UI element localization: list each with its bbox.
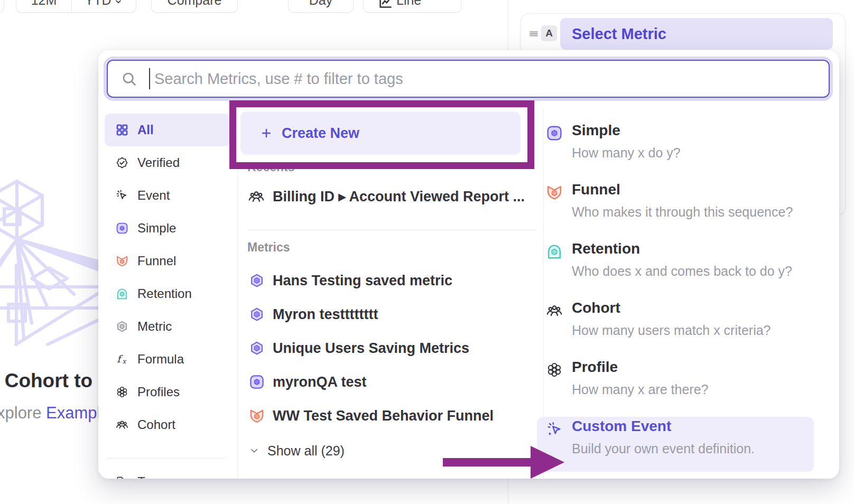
metric-type-title: Simple: [572, 122, 620, 139]
sidebar-item-profiles[interactable]: Profiles: [105, 376, 230, 408]
chevron-down-icon: [248, 445, 260, 456]
saved-metric-label: Hans Testing saved metric: [273, 264, 452, 297]
sidebar-item-all[interactable]: All: [105, 114, 230, 146]
chart-type-line-button[interactable]: Line: [363, 0, 461, 13]
funnel-icon: [545, 183, 563, 201]
plus-icon: [259, 126, 273, 140]
metric-type-description: Who does x and comes back to do y?: [572, 264, 792, 279]
sidebar-item-label: Retention: [137, 277, 192, 310]
metric-type-title: Profile: [572, 359, 618, 376]
hex-metric-icon: [248, 340, 265, 357]
metric-type-custom-event[interactable]: Custom EventBuild your own event definit…: [537, 417, 814, 472]
metric-type-description: How many x do y?: [572, 145, 681, 161]
drag-handle-icon[interactable]: [527, 27, 540, 40]
select-metric-pill[interactable]: Select Metric: [560, 18, 833, 50]
metric-picker-dropdown: AllVerifiedEventSimpleFunnelRetentionMet…: [98, 50, 839, 479]
sidebar-item-simple[interactable]: Simple: [105, 212, 230, 245]
metric-type-title: Custom Event: [572, 418, 671, 435]
recents-header: Recents: [247, 160, 294, 174]
saved-metric-label: WW Test Saved Behavior Funnel: [273, 399, 494, 433]
recent-item[interactable]: Billing ID ▸ Account Viewed Report ...: [247, 184, 537, 209]
metric-type-title: Cohort: [572, 300, 620, 316]
metric-icon: [115, 320, 129, 333]
sidebar-item-metric[interactable]: Metric: [105, 310, 230, 343]
metric-type-simple[interactable]: SimpleHow many x do y?: [537, 121, 814, 176]
simple-icon: [248, 374, 265, 390]
saved-metric-item[interactable]: myronQA test: [247, 365, 537, 399]
metric-type-funnel[interactable]: FunnelWho makes it through this sequence…: [537, 180, 814, 235]
compare-button[interactable]: Compare: [151, 0, 238, 13]
saved-metric-item[interactable]: WW Test Saved Behavior Funnel: [247, 399, 537, 433]
saved-metric-label: Unique Users Saving Metrics: [273, 331, 469, 365]
toolbar-button-fragment[interactable]: [0, 0, 4, 13]
cohort-icon: [247, 188, 265, 206]
metric-type-title: Funnel: [572, 181, 620, 198]
svg-text:x: x: [123, 358, 127, 365]
sidebar-item-label: Tags: [137, 465, 164, 479]
metric-type-profile[interactable]: ProfileHow many x are there?: [537, 358, 814, 413]
saved-metric-item[interactable]: Unique Users Saving Metrics: [247, 331, 537, 365]
sidebar-item-retention[interactable]: Retention: [105, 277, 230, 310]
column-divider: [237, 108, 238, 479]
explore-prefix: xplore: [0, 404, 46, 422]
simple-icon: [545, 124, 563, 142]
metric-type-description: How many x are there?: [572, 382, 708, 397]
range-12m-button[interactable]: 12M: [16, 0, 71, 8]
saved-metric-item[interactable]: Hans Testing saved metric: [247, 264, 537, 297]
chevron-down-icon: [114, 0, 123, 6]
sidebar-item-tags[interactable]: Tags: [105, 465, 230, 479]
event-cursor-icon: [115, 189, 129, 202]
sidebar-item-label: Profiles: [137, 376, 180, 408]
sidebar-item-label: Simple: [137, 212, 176, 245]
saved-metric-label: myronQA test: [273, 365, 367, 399]
line-chart-icon: [377, 0, 393, 10]
interval-day-button[interactable]: Day: [288, 0, 354, 13]
search-icon: [120, 70, 137, 87]
sidebar-item-label: All: [137, 114, 154, 146]
sidebar-item-label: Metric: [137, 310, 172, 343]
formula-icon: fx: [115, 352, 129, 366]
cohort-icon: [545, 302, 563, 320]
sidebar-item-formula[interactable]: fxFormula: [105, 343, 230, 376]
search-input[interactable]: [154, 61, 810, 97]
metric-type-description: How many users match x criteria?: [572, 323, 771, 338]
custom-event-icon: [545, 420, 563, 438]
sidebar-item-label: Funnel: [137, 245, 176, 277]
metric-type-cohort[interactable]: CohortHow many users match x criteria?: [537, 298, 814, 353]
saved-metric-label: Myron testttttttt: [273, 297, 378, 331]
simple-icon: [115, 221, 129, 235]
show-all-button[interactable]: Show all (29): [248, 441, 417, 460]
retention-icon: [115, 287, 129, 301]
retention-icon: [545, 242, 563, 260]
sidebar-item-cohort[interactable]: Cohort: [105, 408, 230, 441]
date-range-button-group: 12M YTD: [16, 0, 136, 13]
hex-metric-icon: [248, 272, 265, 289]
tag-icon: [115, 475, 129, 479]
sidebar-item-label: Cohort: [137, 408, 175, 441]
sidebar-item-label: Formula: [137, 343, 184, 376]
funnel-icon: [115, 254, 129, 268]
profiles-icon: [545, 361, 563, 379]
search-box: [107, 60, 830, 98]
hex-metric-icon: [248, 306, 265, 323]
metrics-header: Metrics: [247, 240, 290, 255]
metric-type-description: Build your own event definition.: [572, 441, 755, 456]
metric-type-description: Who makes it through this sequence?: [572, 204, 793, 220]
sidebar-item-verified[interactable]: Verified: [105, 146, 230, 179]
section-divider: [247, 230, 535, 230]
metric-type-retention[interactable]: RetentionWho does x and comes back to do…: [537, 239, 814, 294]
sidebar-divider: [107, 458, 225, 459]
verified-icon: [115, 156, 129, 170]
profiles-icon: [115, 385, 129, 399]
text-cursor: [149, 68, 150, 89]
saved-metric-item[interactable]: Myron testttttttt: [247, 297, 537, 331]
sidebar-item-event[interactable]: Event: [105, 179, 230, 212]
sidebar-item-label: Event: [137, 179, 170, 212]
metric-type-title: Retention: [572, 240, 640, 257]
sidebar-item-funnel[interactable]: Funnel: [105, 245, 230, 277]
sidebar-item-label: Verified: [137, 146, 180, 179]
grid-icon: [115, 123, 129, 137]
series-badge: A: [541, 25, 557, 41]
range-ytd-button[interactable]: YTD: [72, 0, 136, 8]
create-new-button[interactable]: Create New: [240, 111, 521, 155]
